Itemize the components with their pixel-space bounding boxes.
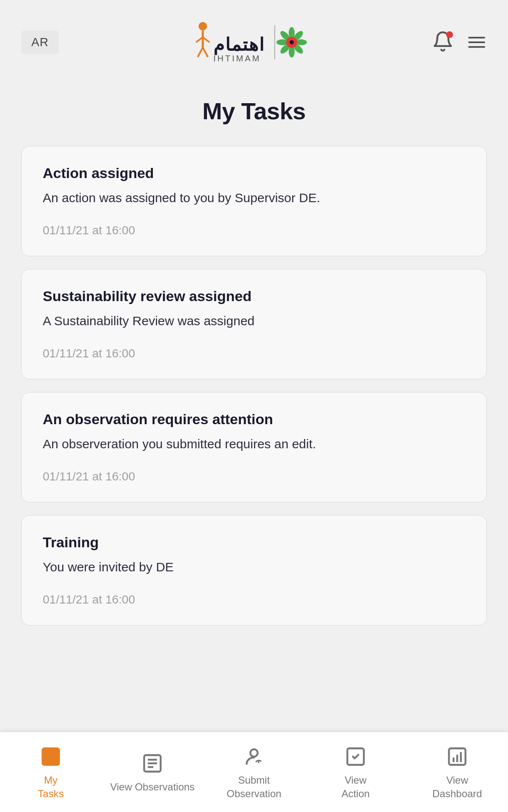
svg-text:اهتمام: اهتمام	[213, 35, 265, 55]
svg-rect-33	[456, 755, 458, 762]
nav-view-observations[interactable]: View Observations	[102, 732, 203, 812]
task-timestamp-4: 01/11/21 at 16:00	[43, 593, 465, 606]
nav-view-dashboard[interactable]: ViewDashboard	[406, 732, 508, 812]
svg-line-4	[198, 47, 203, 57]
bottom-spacer	[0, 625, 508, 719]
task-description-4: You were invited by DE	[43, 558, 465, 576]
task-title-4: Training	[43, 534, 465, 551]
svg-point-0	[199, 22, 207, 30]
language-button[interactable]: AR	[21, 30, 59, 54]
svg-rect-23	[44, 751, 47, 754]
svg-point-18	[290, 40, 294, 44]
svg-point-29	[258, 761, 260, 763]
nav-submit-observation-label: SubmitObservation	[226, 774, 281, 800]
task-title-3: An observation requires attention	[43, 411, 465, 428]
dashboard-icon	[444, 744, 470, 769]
task-card-4[interactable]: TrainingYou were invited by DE01/11/21 a…	[21, 515, 487, 625]
svg-rect-34	[460, 752, 462, 762]
notification-badge	[446, 31, 453, 38]
nav-view-action-label: ViewAction	[342, 774, 370, 800]
logo: اهتمام IHTIMAM	[177, 17, 313, 68]
task-title-2: Sustainability review assigned	[43, 288, 465, 304]
app-header: AR اهتمام IHTIMAM	[0, 0, 508, 80]
task-description-2: A Sustainability Review was assigned	[43, 312, 465, 330]
nav-my-tasks[interactable]: MyTasks	[0, 732, 102, 812]
submit-icon	[241, 744, 267, 769]
menu-bar-3	[468, 46, 485, 48]
task-timestamp-3: 01/11/21 at 16:00	[43, 470, 465, 483]
svg-line-5	[203, 47, 208, 57]
task-timestamp-1: 01/11/21 at 16:00	[43, 224, 465, 237]
action-icon	[343, 744, 368, 769]
tasks-icon	[38, 744, 64, 769]
bottom-navigation: MyTasks View Observations SubmitObservat…	[0, 732, 508, 812]
notification-button[interactable]	[432, 30, 454, 54]
nav-view-observations-label: View Observations	[110, 780, 195, 793]
task-title-1: Action assigned	[43, 165, 465, 181]
nav-submit-observation[interactable]: SubmitObservation	[203, 732, 305, 812]
task-description-3: An observeration you submitted requires …	[43, 435, 465, 453]
nav-view-action[interactable]: ViewAction	[305, 732, 406, 812]
page-title: My Tasks	[0, 97, 508, 125]
task-timestamp-2: 01/11/21 at 16:00	[43, 347, 465, 360]
nav-view-dashboard-label: ViewDashboard	[432, 774, 482, 800]
svg-text:IHTIMAM: IHTIMAM	[213, 54, 261, 63]
tasks-list: Action assignedAn action was assigned to…	[0, 146, 508, 625]
nav-my-tasks-label: MyTasks	[38, 774, 64, 800]
task-card-1[interactable]: Action assignedAn action was assigned to…	[21, 146, 487, 256]
task-card-2[interactable]: Sustainability review assignedA Sustaina…	[21, 269, 487, 379]
menu-bar-1	[468, 37, 485, 38]
ihtimam-logo-svg: اهتمام IHTIMAM	[177, 17, 313, 68]
hamburger-menu-button[interactable]	[467, 35, 487, 49]
svg-point-28	[250, 749, 257, 757]
task-card-3[interactable]: An observation requires attentionAn obse…	[21, 392, 487, 502]
task-description-1: An action was assigned to you by Supervi…	[43, 189, 465, 207]
observations-icon	[140, 751, 165, 776]
header-actions	[432, 30, 487, 54]
menu-bar-2	[468, 41, 485, 43]
svg-rect-32	[453, 757, 454, 762]
